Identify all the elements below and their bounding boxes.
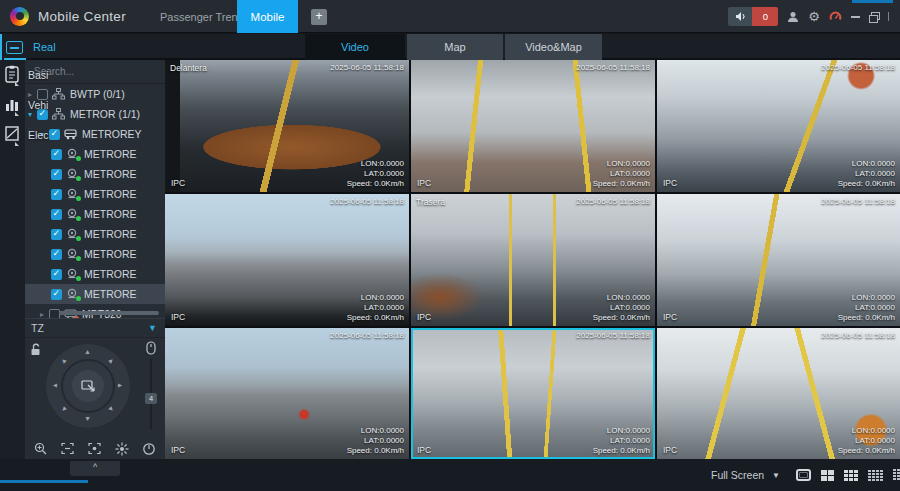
ptz-3d-position-button[interactable] bbox=[72, 370, 104, 402]
zoom-in-button[interactable] bbox=[32, 440, 50, 458]
ptz-up-arrow[interactable]: ▲ bbox=[84, 348, 91, 355]
chevron-down-icon[interactable]: ▼ bbox=[772, 471, 780, 480]
tab-map[interactable]: Map bbox=[407, 34, 503, 60]
nav-item-real[interactable]: Real bbox=[6, 34, 56, 60]
channel-label: METRORE bbox=[84, 228, 137, 240]
tab-mobile[interactable]: Mobile bbox=[237, 0, 298, 33]
channel-label: METRORE bbox=[84, 208, 137, 220]
video-tile-8-selected[interactable]: 2025-06-05 11:58:18 IPC LON:0.0000LAT:0.… bbox=[411, 328, 655, 459]
ptz-right-arrow[interactable]: ▲ bbox=[117, 382, 124, 389]
strip-basic-label: Basi bbox=[28, 69, 48, 81]
flyout-triangle bbox=[15, 112, 19, 116]
timestamp-overlay: 2025-06-05 11:58:18 bbox=[821, 331, 895, 340]
video-tile-3[interactable]: 2025-06-05 11:58:18 IPC LON:0.0000LAT:0.… bbox=[657, 60, 900, 192]
minimize-button[interactable] bbox=[851, 16, 860, 18]
channel-type-overlay: IPC bbox=[663, 312, 677, 322]
online-status-dot bbox=[76, 256, 81, 261]
video-tile-1[interactable]: Delantera 2025-06-05 11:58:18 IPC LON:0.… bbox=[165, 60, 409, 192]
online-status-dot bbox=[76, 216, 81, 221]
mobile-center-window: Mobile Center Passenger Trend Mobile + 0… bbox=[0, 0, 900, 491]
settings-button[interactable]: ⚙ bbox=[808, 10, 820, 23]
ptz-joystick[interactable]: ▲ ▲ ▲ ▲ ▲ ▲ ▲ ▲ bbox=[46, 344, 130, 428]
gauge-icon bbox=[829, 10, 842, 23]
chevron-down-icon[interactable]: ▼ bbox=[148, 323, 157, 333]
video-tile-7[interactable]: 2025-06-05 11:58:18 IPC LON:0.0000LAT:0.… bbox=[165, 328, 409, 459]
layout-1-view-button[interactable] bbox=[796, 469, 811, 481]
checkbox[interactable] bbox=[51, 249, 62, 260]
user-button[interactable] bbox=[787, 11, 799, 23]
tab-video[interactable]: Video bbox=[305, 34, 405, 60]
gps-overlay: LON:0.0000LAT:0.0000Speed: 0.0Km/h bbox=[347, 293, 404, 323]
gps-overlay: LON:0.0000LAT:0.0000Speed: 0.0Km/h bbox=[838, 426, 895, 456]
performance-gauge-button[interactable] bbox=[829, 10, 842, 23]
channel-type-overlay: IPC bbox=[417, 312, 431, 322]
close-button-partial[interactable] bbox=[888, 12, 892, 21]
channel-type-overlay: IPC bbox=[417, 178, 431, 188]
ptz-upright-arrow[interactable]: ▲ bbox=[107, 356, 117, 366]
expand-arrow-icon[interactable]: ▸ bbox=[25, 90, 35, 99]
strip-item-vehicle[interactable]: Vehi bbox=[0, 92, 25, 120]
ptz-upleft-arrow[interactable]: ▲ bbox=[59, 356, 69, 366]
checkbox[interactable] bbox=[51, 189, 62, 200]
fullscreen-button[interactable]: Full Screen bbox=[711, 469, 764, 481]
ptz-left-arrow[interactable]: ▲ bbox=[51, 382, 58, 389]
ptz-downright-arrow[interactable]: ▲ bbox=[107, 405, 117, 415]
layout-custom-button-partial[interactable] bbox=[893, 469, 900, 481]
checkbox[interactable] bbox=[51, 149, 62, 160]
timestamp-overlay: 2025-06-05 11:58:18 bbox=[576, 331, 650, 340]
camera-channel-icon bbox=[66, 228, 80, 240]
tab-video-and-map[interactable]: Video&Map bbox=[505, 34, 602, 60]
flyout-triangle bbox=[15, 142, 19, 146]
clipboard-icon bbox=[4, 65, 20, 83]
ptz-header[interactable]: TZ ▼ bbox=[25, 319, 165, 338]
tree-channel[interactable]: METRORE bbox=[25, 224, 165, 244]
nav-active-accent bbox=[0, 34, 2, 60]
expand-arrow-icon[interactable]: ▸ bbox=[37, 310, 47, 319]
slider-handle[interactable]: 4 bbox=[145, 393, 157, 404]
channel-label: METRORE bbox=[84, 188, 137, 200]
tree-channel[interactable]: METRORE bbox=[25, 244, 165, 264]
video-tile-2[interactable]: 2025-06-05 11:58:18 IPC LON:0.0000LAT:0.… bbox=[411, 60, 655, 192]
focus-near-button[interactable] bbox=[86, 440, 104, 458]
ptz-collapse-button[interactable]: ^ bbox=[70, 461, 120, 476]
checkbox[interactable] bbox=[51, 229, 62, 240]
tree-channel[interactable]: METRORE bbox=[25, 204, 165, 224]
speaker-icon bbox=[735, 11, 746, 22]
video-tile-4[interactable]: 2025-06-05 11:58:18 IPC LON:0.0000LAT:0.… bbox=[165, 194, 409, 326]
tree-channel[interactable]: METRORE bbox=[25, 144, 165, 164]
focus-far-button[interactable] bbox=[59, 440, 77, 458]
lock-icon[interactable] bbox=[30, 343, 42, 356]
ptz-down-arrow[interactable]: ▲ bbox=[84, 416, 91, 423]
add-tab-button[interactable]: + bbox=[311, 9, 327, 25]
video-tile-9[interactable]: 2025-06-05 11:58:18 IPC LON:0.0000LAT:0.… bbox=[657, 328, 900, 459]
tree-channel[interactable]: METRORE bbox=[25, 184, 165, 204]
speaker-mute-button[interactable] bbox=[728, 7, 752, 26]
top-bar: Mobile Center Passenger Trend Mobile + 0… bbox=[0, 0, 900, 33]
checkbox[interactable] bbox=[51, 209, 62, 220]
strip-item-basic[interactable]: Basi bbox=[0, 62, 25, 90]
video-tile-6[interactable]: 2025-06-05 11:58:18 IPC LON:0.0000LAT:0.… bbox=[657, 194, 900, 326]
layout-16-view-button[interactable] bbox=[868, 470, 883, 481]
tree-channel-selected[interactable]: METRORE bbox=[25, 284, 165, 304]
checkbox[interactable] bbox=[49, 129, 60, 140]
checkbox[interactable] bbox=[37, 89, 48, 100]
iris-close-button[interactable] bbox=[140, 440, 158, 458]
layout-9-view-button[interactable] bbox=[844, 470, 858, 481]
checkbox[interactable] bbox=[51, 269, 62, 280]
left-icon-strip: Basi Vehi Elec bbox=[0, 60, 25, 459]
tree-channel[interactable]: METRORE bbox=[25, 264, 165, 284]
alarm-count-badge[interactable]: 0 bbox=[752, 7, 778, 26]
restore-window-button[interactable] bbox=[869, 12, 879, 21]
video-tile-5[interactable]: Trasera 2025-06-05 11:58:18 IPC LON:0.00… bbox=[411, 194, 655, 326]
strip-item-electronic[interactable]: Elec bbox=[0, 122, 25, 150]
ptz-downleft-arrow[interactable]: ▲ bbox=[59, 405, 69, 415]
view-tabs: Video Map Video&Map bbox=[305, 34, 602, 60]
checkbox[interactable] bbox=[51, 289, 62, 300]
tree-scrollbar[interactable] bbox=[59, 311, 159, 315]
tree-channel[interactable]: METRORE bbox=[25, 164, 165, 184]
checkbox[interactable] bbox=[51, 169, 62, 180]
ptz-speed-slider[interactable]: 4 bbox=[143, 341, 159, 441]
node-label: METROR (1/1) bbox=[70, 108, 140, 120]
layout-4-view-button[interactable] bbox=[821, 470, 834, 481]
iris-open-button[interactable] bbox=[113, 440, 131, 458]
